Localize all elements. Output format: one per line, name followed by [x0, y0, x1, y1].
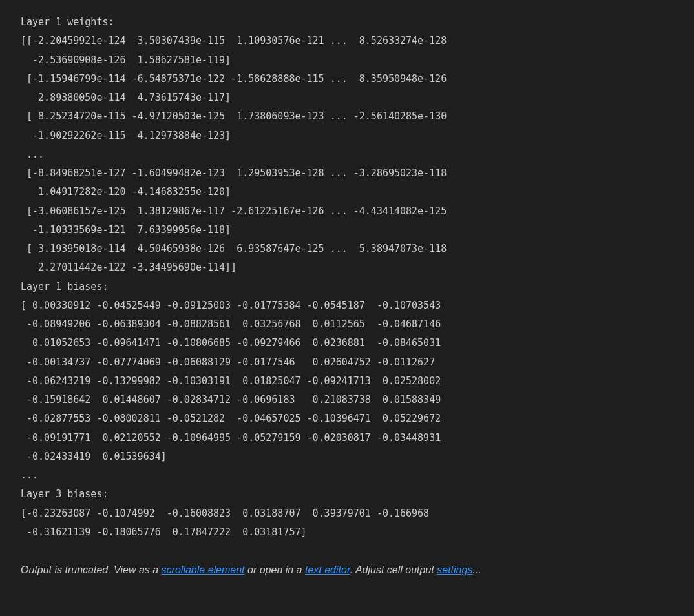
text-editor-link[interactable]: text editor — [305, 564, 350, 575]
layer1-biases-header: Layer 1 biases: — [21, 278, 673, 296]
cell-output: Layer 1 weights: [[-2.20459921e-124 3.50… — [21, 13, 673, 542]
layer1-biases-body: [ 0.00330912 -0.04525449 -0.09125003 -0.… — [21, 296, 673, 466]
truncation-text-suffix: ... — [472, 564, 481, 575]
scrollable-element-link[interactable]: scrollable element — [162, 564, 245, 575]
truncation-text-mid1: or open in a — [245, 564, 305, 575]
output-ellipsis: ... — [21, 466, 673, 485]
layer3-biases-body: [-0.23263087 -0.1074992 -0.16008823 0.03… — [21, 504, 673, 542]
layer1-weights-header: Layer 1 weights: — [21, 13, 673, 32]
truncation-text-mid2: . Adjust cell output — [350, 564, 437, 575]
layer3-biases-header: Layer 3 biases: — [21, 485, 673, 504]
settings-link[interactable]: settings — [437, 564, 472, 575]
layer1-weights-body: [[-2.20459921e-124 3.50307439e-115 1.109… — [21, 32, 673, 277]
truncation-notice: Output is truncated. View as a scrollabl… — [21, 560, 673, 580]
truncation-text-prefix: Output is truncated. View as a — [21, 564, 162, 575]
